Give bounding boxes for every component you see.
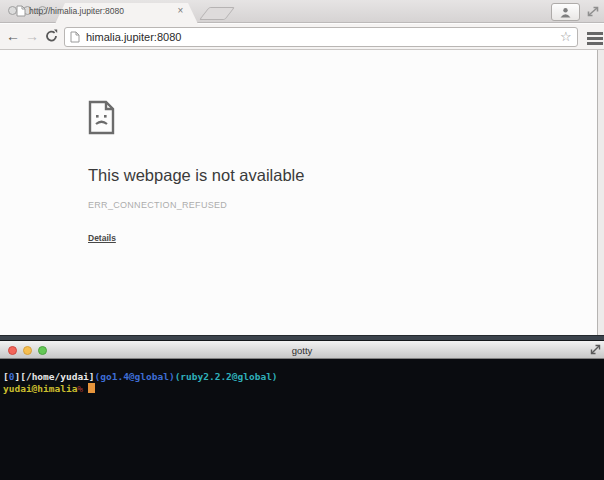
- reload-button[interactable]: [45, 29, 58, 43]
- terminal-text-segment: (ruby2.2.2@global): [175, 371, 278, 382]
- tab-title: http://himalia.jupiter:8080: [29, 6, 169, 18]
- profile-button[interactable]: [551, 3, 580, 21]
- details-link[interactable]: Details: [88, 233, 116, 243]
- user-icon: [559, 7, 572, 18]
- url-page-icon: [70, 31, 80, 43]
- terminal-text-segment: (go1.4@global): [95, 371, 175, 382]
- tab-close-icon[interactable]: ×: [174, 4, 187, 17]
- terminal-text-segment: yudai@himalia: [3, 383, 77, 394]
- expand-window-icon[interactable]: [586, 5, 600, 18]
- tab-title-fade: [150, 4, 174, 19]
- terminal-line: [0][/home/yudai](go1.4@global)(ruby2.2.2…: [3, 371, 604, 383]
- chrome-menu-button[interactable]: [587, 32, 603, 47]
- terminal-output[interactable]: [0][/home/yudai](go1.4@global)(ruby2.2.2…: [0, 360, 604, 480]
- terminal-text-segment: %: [77, 383, 83, 394]
- error-code: ERR_CONNECTION_REFUSED: [88, 200, 227, 210]
- terminal-cursor[interactable]: [88, 383, 95, 393]
- terminal-title: gotty: [0, 345, 604, 356]
- back-button[interactable]: ←: [6, 29, 20, 43]
- page-favicon-icon: [16, 5, 26, 17]
- browser-window: http://himalia.jupiter:8080 × ← → himali…: [0, 0, 604, 335]
- forward-button[interactable]: →: [25, 29, 39, 43]
- bookmark-star-icon[interactable]: ☆: [560, 29, 572, 44]
- menu-bar: [587, 42, 603, 45]
- address-bar-url[interactable]: himalia.jupiter:8080: [86, 31, 181, 43]
- terminal-text-segment: ][/home/yudai]: [14, 371, 94, 382]
- sad-page-icon: [88, 100, 115, 135]
- error-heading: This webpage is not available: [88, 166, 304, 185]
- terminal-line: yudai@himalia%: [3, 383, 604, 395]
- terminal-resize-icon[interactable]: [590, 344, 601, 355]
- window-right-edge: [597, 50, 604, 335]
- menu-bar: [587, 37, 603, 40]
- menu-bar: [587, 32, 603, 35]
